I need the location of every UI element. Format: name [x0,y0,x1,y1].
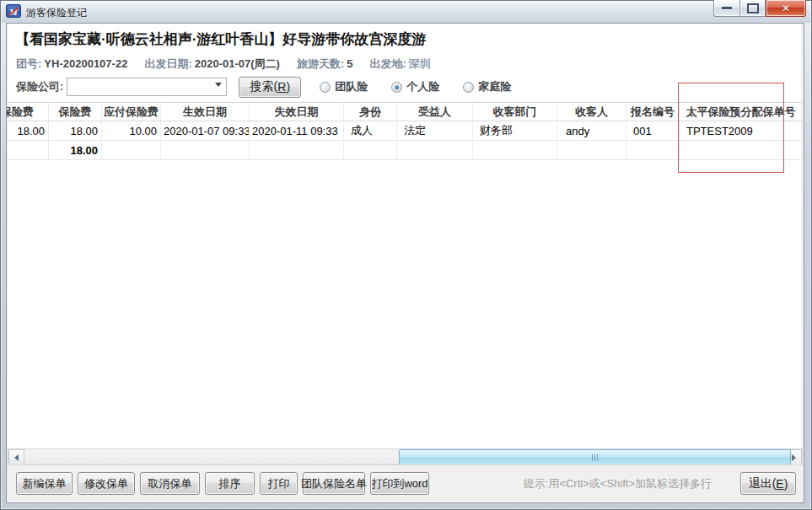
table-cell [344,141,397,159]
insurance-company-input[interactable] [70,79,208,94]
exit-button[interactable]: 退出(E) [740,472,796,495]
filter-row: 保险公司: 搜索(R) 团队险个人险家庭险 [16,76,511,98]
radio-option-selected[interactable]: 个人险 [391,79,439,94]
trip-info-label: 出发地: [369,57,406,70]
dialog-content: 【看国家宝藏·听德云社相声·游红叶香山】好导游带你故宫深度游 团号:YH-202… [6,23,804,503]
table-cell: 18.00 [49,141,102,159]
arrow-left-icon[interactable] [8,449,24,465]
table-cell [7,141,49,159]
radio-option-unselected[interactable]: 家庭险 [463,79,511,94]
table-column-header[interactable]: 身份 [344,103,397,121]
table-cell: 18.00 [7,121,49,140]
table-sum-row: 18.00 [7,141,803,160]
radio-icon[interactable] [463,82,474,93]
multi-select-hint: 提示:用<Crtl>或<Shift>加鼠标选择多行 [524,476,712,491]
table-column-header[interactable]: 收客人 [557,103,626,121]
radio-option-unselected[interactable]: 团队险 [320,79,368,94]
trip-info-bar: 团号:YH-20200107-22出发日期:2020-01-07(周二)旅游天数… [16,56,431,72]
table-cell: 2020-01-11 09:33 [250,121,344,140]
horizontal-scrollbar[interactable] [8,448,803,464]
window-title: 游客保险登记 [26,6,87,20]
footer-toolbar: 新编保单修改保单取消保单排序打印团队保险名单打印到word 提示:用<Crtl>… [8,464,803,502]
trip-info-label: 团号: [16,57,41,70]
table-column-header[interactable]: 太平保险预分配保单号 [680,103,803,121]
scrollbar-thumb[interactable] [399,449,791,465]
trip-info-item: 团号:YH-20200107-22 [16,56,127,72]
minimize-icon[interactable] [713,0,739,17]
table-cell: 财务部 [473,121,557,140]
trip-info-value: 深圳 [409,57,431,70]
window-controls: ✕ [713,0,806,17]
radio-icon[interactable] [320,82,331,93]
table-header-row: 保险费保险费应付保险费生效日期失效日期身份受益人收客部门收客人报名编号太平保险预… [7,103,803,121]
search-button[interactable]: 搜索(R) [239,77,301,98]
table-cell [626,141,680,159]
table-cell: 18.00 [49,121,102,140]
trip-info-label: 出发日期: [144,57,191,70]
trip-info-item: 出发地:深圳 [369,56,430,72]
trip-info-item: 出发日期:2020-01-07(周二) [144,56,280,72]
maximize-icon[interactable] [739,0,766,17]
table-column-header[interactable]: 保险费 [7,103,49,121]
radio-label: 团队险 [335,79,368,94]
footer-button-5[interactable]: 打印 [260,472,298,495]
table-cell [557,141,626,159]
trip-info-value: 5 [347,57,352,70]
footer-button-7[interactable]: 打印到word [370,472,429,495]
table-cell: 2020-01-07 09:33 [161,121,250,140]
radio-label: 个人险 [406,79,439,94]
footer-button-6[interactable]: 团队保险名单 [303,472,365,495]
footer-button-4[interactable]: 排序 [205,472,255,495]
table-row[interactable]: 18.0018.0010.002020-01-07 09:332020-01-1… [7,121,803,141]
table-cell: 成人 [344,121,397,140]
footer-button-2[interactable]: 修改保单 [78,472,135,495]
trip-info-value: YH-20200107-22 [44,57,127,70]
footer-button-1[interactable]: 新编保单 [16,472,73,495]
table-cell [473,141,557,159]
table-cell [102,141,161,159]
table-column-header[interactable]: 报名编号 [626,103,680,121]
table-cell [680,141,803,159]
table-cell: TPTEST2009 [680,121,803,140]
table-cell: 10.00 [102,121,161,140]
trip-info-label: 旅游天数: [297,57,344,70]
table-column-header[interactable]: 受益人 [397,103,473,121]
table-column-header[interactable]: 收客部门 [473,103,557,121]
radio-icon[interactable] [391,82,402,93]
scrollbar-track[interactable] [24,449,786,464]
table-cell: andy [557,121,626,140]
insurance-table: 保险费保险费应付保险费生效日期失效日期身份受益人收客部门收客人报名编号太平保险预… [7,102,803,160]
close-icon[interactable]: ✕ [766,0,806,17]
trip-info-value: 2020-01-07(周二) [195,57,280,70]
table-column-header[interactable]: 生效日期 [161,103,250,121]
table-column-header[interactable]: 应付保险费 [102,103,161,121]
insurance-type-radio-group: 团队险个人险家庭险 [320,79,511,94]
table-cell: 法定 [397,121,473,140]
table-column-header[interactable]: 保险费 [49,103,102,121]
chevron-down-icon[interactable] [215,83,222,87]
table-column-header[interactable]: 失效日期 [250,103,344,121]
table-cell: 001 [626,121,680,140]
footer-button-3[interactable]: 取消保单 [140,472,200,495]
insurance-company-label: 保险公司: [16,79,63,94]
trip-info-item: 旅游天数:5 [297,56,353,72]
tour-title: 【看国家宝藏·听德云社相声·游红叶香山】好导游带你故宫深度游 [15,30,426,49]
table-cell [161,141,250,159]
table-cell [250,141,344,159]
insurance-company-select[interactable] [67,78,227,96]
app-logo-icon: M [6,4,21,18]
title-bar[interactable]: M 游客保险登记 [0,0,812,23]
table-cell [397,141,473,159]
radio-label: 家庭险 [478,79,511,94]
